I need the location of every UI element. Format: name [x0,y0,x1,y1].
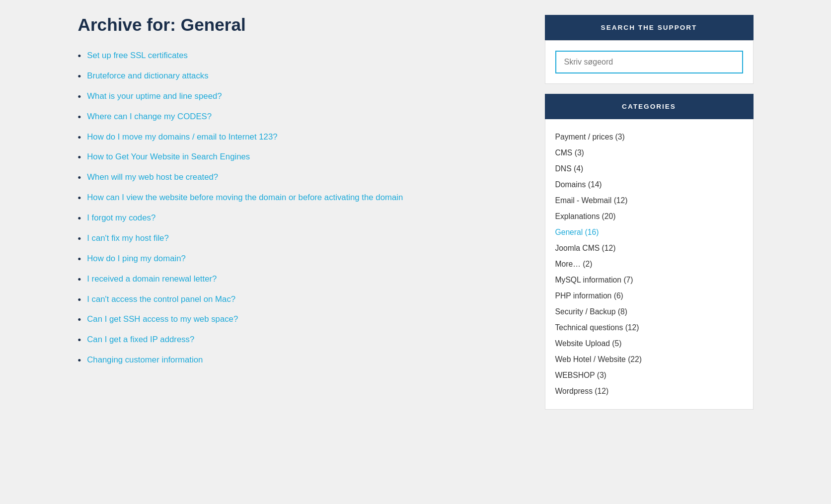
article-list: Set up free SSL certificatesBruteforce a… [78,50,525,367]
list-item: Where can I change my CODES? [78,111,525,124]
category-item[interactable]: Wordpress (12) [555,383,743,399]
category-link[interactable]: Wordpress (12) [555,387,609,395]
category-item[interactable]: Domains (14) [555,177,743,193]
category-item[interactable]: More… (2) [555,256,743,272]
article-link[interactable]: Bruteforce and dictionary attacks [87,70,208,82]
article-link[interactable]: Can I get a fixed IP address? [87,334,194,346]
article-link[interactable]: I can't access the control panel on Mac? [87,293,235,305]
list-item: How do I move my domains / email to Inte… [78,131,525,144]
category-item[interactable]: Email - Webmail (12) [555,193,743,209]
category-link[interactable]: Security / Backup (8) [555,307,627,316]
article-link[interactable]: How do I ping my domain? [87,253,186,265]
category-link[interactable]: Explanations (20) [555,212,616,220]
categories-widget: CATEGORIES Payment / prices (3)CMS (3)DN… [545,94,754,410]
category-item[interactable]: MySQL information (7) [555,272,743,288]
list-item: I can't access the control panel on Mac? [78,293,525,307]
article-link[interactable]: When will my web host be created? [87,171,218,183]
article-link[interactable]: I can't fix my host file? [87,232,169,244]
page-title: Archive for: General [78,15,525,35]
category-link[interactable]: Domains (14) [555,180,602,189]
category-link[interactable]: DNS (4) [555,164,584,173]
search-widget: SEARCH THE SUPPORT [545,15,754,84]
article-link[interactable]: Where can I change my CODES? [87,111,212,123]
article-link[interactable]: Can I get SSH access to my web space? [87,313,238,325]
list-item: Changing customer information [78,354,525,367]
category-link[interactable]: Web Hotel / Website (22) [555,355,642,363]
list-item: I forgot my codes? [78,212,525,225]
category-link[interactable]: Payment / prices (3) [555,133,625,141]
page-wrapper: Archive for: General Set up free SSL cer… [68,0,763,434]
categories-list: Payment / prices (3)CMS (3)DNS (4)Domain… [545,119,754,410]
list-item: I can't fix my host file? [78,232,525,246]
article-link[interactable]: Changing customer information [87,354,203,366]
category-item[interactable]: CMS (3) [555,145,743,161]
list-item: Bruteforce and dictionary attacks [78,70,525,83]
article-link[interactable]: I received a domain renewal letter? [87,273,217,285]
list-item: I received a domain renewal letter? [78,273,525,287]
search-box-wrapper [545,40,754,84]
article-link[interactable]: How can I view the website before moving… [87,192,403,204]
category-link[interactable]: CMS (3) [555,148,584,157]
list-item: When will my web host be created? [78,171,525,185]
category-item[interactable]: PHP information (6) [555,288,743,304]
article-link[interactable]: How do I move my domains / email to Inte… [87,131,277,143]
category-item[interactable]: Technical questions (12) [555,320,743,336]
category-item[interactable]: Joomla CMS (12) [555,240,743,256]
article-link[interactable]: Set up free SSL certificates [87,50,188,62]
category-link[interactable]: Website Upload (5) [555,339,622,348]
category-link[interactable]: Technical questions (12) [555,323,639,332]
category-item[interactable]: Explanations (20) [555,209,743,224]
article-link[interactable]: What is your uptime and line speed? [87,90,222,102]
category-link[interactable]: MySQL information (7) [555,276,633,284]
search-input[interactable] [555,51,743,73]
list-item: Can I get SSH access to my web space? [78,313,525,327]
list-item: How can I view the website before moving… [78,192,525,205]
main-content: Archive for: General Set up free SSL cer… [78,15,525,420]
category-item[interactable]: Payment / prices (3) [555,129,743,145]
category-item[interactable]: Security / Backup (8) [555,304,743,320]
category-item[interactable]: Website Upload (5) [555,336,743,352]
article-link[interactable]: I forgot my codes? [87,212,155,224]
category-link[interactable]: PHP information (6) [555,291,623,300]
category-link[interactable]: Joomla CMS (12) [555,244,616,252]
article-link[interactable]: How to Get Your Website in Search Engine… [87,151,250,163]
category-link[interactable]: More… (2) [555,260,593,268]
list-item: Can I get a fixed IP address? [78,334,525,347]
list-item: How to Get Your Website in Search Engine… [78,151,525,164]
category-item[interactable]: General (16) [555,224,743,240]
category-link[interactable]: General (16) [555,228,599,236]
category-item[interactable]: DNS (4) [555,161,743,177]
categories-widget-header: CATEGORIES [545,94,754,119]
category-link[interactable]: WEBSHOP (3) [555,371,606,379]
category-item[interactable]: Web Hotel / Website (22) [555,352,743,367]
list-item: Set up free SSL certificates [78,50,525,63]
category-link[interactable]: Email - Webmail (12) [555,196,628,205]
search-widget-header: SEARCH THE SUPPORT [545,15,754,40]
list-item: What is your uptime and line speed? [78,90,525,104]
list-item: How do I ping my domain? [78,253,525,266]
sidebar: SEARCH THE SUPPORT CATEGORIES Payment / … [545,15,754,420]
category-item[interactable]: WEBSHOP (3) [555,367,743,383]
